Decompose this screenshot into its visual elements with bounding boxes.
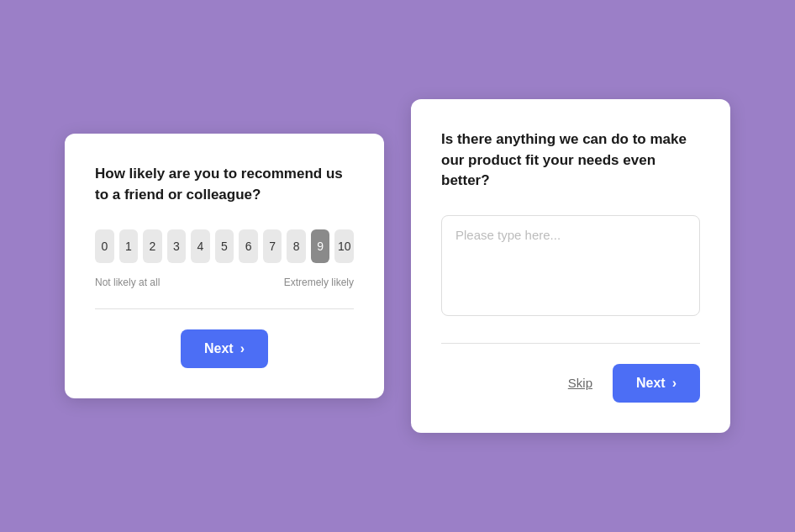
divider-right: [441, 343, 700, 344]
rating-btn-5[interactable]: 5: [215, 229, 234, 263]
rating-btn-4[interactable]: 4: [191, 229, 210, 263]
rating-btn-2[interactable]: 2: [143, 229, 162, 263]
chevron-right-icon-right: ›: [672, 376, 677, 391]
rating-labels: Not likely at all Extremely likely: [95, 277, 354, 288]
nps-question: How likely are you to recommend us to a …: [95, 164, 354, 205]
rating-row: 0 1 2 3 4 5 6 7 8 9 10: [95, 229, 354, 263]
next-button-left[interactable]: Next ›: [181, 329, 268, 368]
feedback-textarea[interactable]: [441, 215, 700, 316]
btn-row-right: Skip Next ›: [441, 364, 700, 403]
card-nps: How likely are you to recommend us to a …: [65, 134, 384, 398]
rating-btn-10[interactable]: 10: [334, 229, 354, 263]
rating-btn-1[interactable]: 1: [119, 229, 139, 263]
rating-btn-6[interactable]: 6: [239, 229, 258, 263]
feedback-question: Is there anything we can do to make our …: [441, 129, 700, 192]
rating-btn-0[interactable]: 0: [95, 229, 114, 263]
skip-button[interactable]: Skip: [568, 376, 592, 390]
btn-row-left: Next ›: [95, 329, 354, 368]
label-extremely-likely: Extremely likely: [284, 277, 354, 288]
card-feedback: Is there anything we can do to make our …: [411, 99, 730, 433]
rating-btn-3[interactable]: 3: [167, 229, 187, 263]
rating-btn-7[interactable]: 7: [263, 229, 282, 263]
rating-btn-8[interactable]: 8: [287, 229, 306, 263]
next-label-right: Next: [636, 376, 666, 391]
cards-container: How likely are you to recommend us to a …: [48, 82, 747, 450]
next-button-right[interactable]: Next ›: [613, 364, 700, 403]
divider-left: [95, 308, 354, 309]
chevron-right-icon-left: ›: [240, 341, 245, 356]
rating-btn-9[interactable]: 9: [311, 229, 330, 263]
next-label-left: Next: [204, 341, 234, 356]
label-not-likely: Not likely at all: [95, 277, 160, 288]
